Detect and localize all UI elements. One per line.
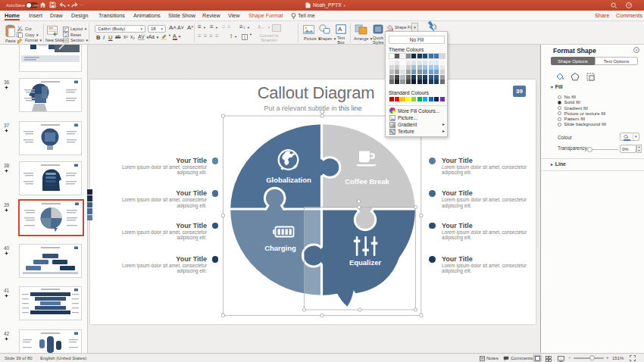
svg-text:A: A <box>338 26 342 33</box>
